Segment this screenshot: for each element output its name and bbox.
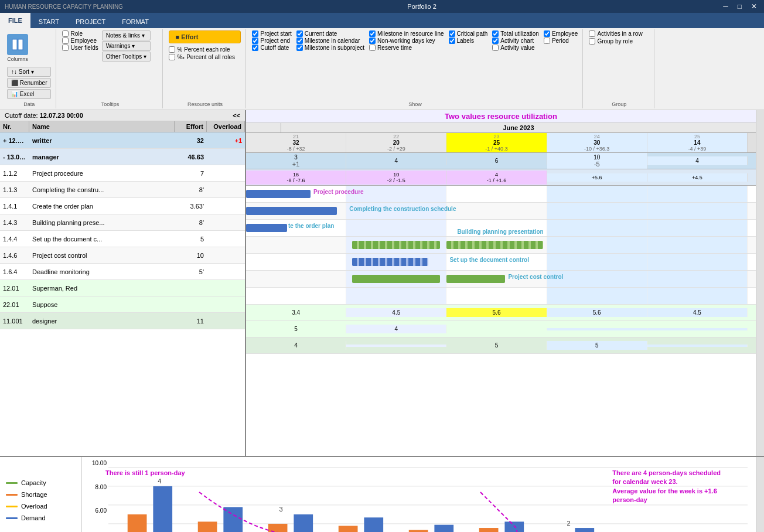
gantt-cell xyxy=(647,186,748,202)
maximize-button[interactable]: □ xyxy=(735,2,744,11)
gantt-cell: 4 xyxy=(647,156,748,165)
period-row[interactable]: Period xyxy=(544,37,578,44)
activity-value-checkbox[interactable] xyxy=(492,45,499,51)
table-row[interactable]: 1.6.4 Deadline monitoring 5' xyxy=(0,264,245,280)
tab-file[interactable]: FILE xyxy=(0,13,30,28)
excel-button[interactable]: 📊 Excel xyxy=(7,89,51,99)
warnings-button[interactable]: Warnings ▾ xyxy=(102,41,151,51)
project-end-row[interactable]: Project end xyxy=(252,37,291,44)
cutoff-date-row[interactable]: Cutoff date xyxy=(252,45,291,51)
tab-format[interactable]: FORMAT xyxy=(114,15,157,28)
name-cell: Superman, Red xyxy=(29,284,175,293)
sort-button[interactable]: ↑↓ Sort ▾ xyxy=(7,67,51,77)
bar-completing xyxy=(246,207,337,215)
gantt-header: June 2023 21 32 -8 / +32 22 20 -2 / +29 … xyxy=(246,123,756,153)
period-checkbox[interactable] xyxy=(544,37,550,44)
employee-show-checkbox[interactable] xyxy=(544,30,550,37)
table-row[interactable]: 1.4.6 Project cost control 10 xyxy=(0,247,245,264)
activity-chart-checkbox[interactable] xyxy=(492,37,499,44)
columns-button[interactable] xyxy=(7,34,28,55)
table-row[interactable]: 1.4.3 Building planning prese... 8' xyxy=(0,214,245,231)
reserve-checkbox[interactable] xyxy=(369,45,376,51)
name-cell: Create the order plan xyxy=(29,202,175,211)
employee-checkbox[interactable] xyxy=(62,37,69,44)
svg-rect-16 xyxy=(339,526,358,532)
other-tooltips-button[interactable]: Other Tooltips ▾ xyxy=(102,52,151,62)
milestone-resource-row[interactable]: Milestone in resource line xyxy=(369,30,444,37)
tab-start[interactable]: START xyxy=(30,15,67,28)
table-row[interactable]: 22.01 Suppose xyxy=(0,296,245,313)
percent-each-role-checkbox[interactable] xyxy=(169,46,175,53)
table-row[interactable]: 1.1.2 Project procedure 7 xyxy=(0,165,245,182)
close-button[interactable]: ✕ xyxy=(749,2,759,11)
milestone-calendar-row[interactable]: Milestone in calendar xyxy=(296,37,364,44)
table-row[interactable]: 12.01 Superman, Red xyxy=(0,280,245,296)
current-date-checkbox[interactable] xyxy=(296,30,303,37)
chart-scrollbar[interactable] xyxy=(756,457,764,532)
current-date-row[interactable]: Current date xyxy=(296,30,364,37)
project-end-checkbox[interactable] xyxy=(252,37,258,44)
labels-checkbox[interactable] xyxy=(449,37,455,44)
group-by-role-checkbox[interactable] xyxy=(589,38,595,45)
milestone-subproject-checkbox[interactable] xyxy=(296,45,303,51)
milestone-calendar-checkbox[interactable] xyxy=(296,37,303,44)
table-row[interactable]: 1.4.4 Set up the document c... 5 xyxy=(0,231,245,247)
chart-legend: Capacity Shortage Overload Demand xyxy=(0,457,82,532)
critical-path-row[interactable]: Critical path xyxy=(449,30,488,37)
tooltips-group-label: Tooltips xyxy=(57,101,162,107)
ribbon-tabs: FILE START PROJECT FORMAT xyxy=(0,13,764,28)
percent-all-roles-row[interactable]: %₂ Percent of all roles xyxy=(169,54,241,60)
activity-chart-row[interactable]: Activity chart xyxy=(492,37,539,44)
userfields-checkbox[interactable] xyxy=(62,45,69,51)
percent-all-roles-checkbox[interactable] xyxy=(169,54,175,60)
role-check-row[interactable]: Role xyxy=(62,30,98,37)
gantt-day: 24 30 -10 / +36.3 xyxy=(547,133,647,152)
table-row[interactable]: 11.001 designer 11 xyxy=(0,313,245,329)
gantt-cell xyxy=(246,271,346,287)
gantt-cell-yellow: 5.6 xyxy=(446,308,547,317)
gantt-row-writter: 3+1 4 6 10-5 4 xyxy=(246,153,756,169)
effort-cell: 5 xyxy=(175,234,207,244)
employee-check-row[interactable]: Employee xyxy=(62,37,98,44)
activities-row-row[interactable]: Activities in a row xyxy=(589,30,649,37)
effort-button[interactable]: ■ Effort xyxy=(169,30,241,43)
table-row[interactable]: - 13.001 manager 46.63 xyxy=(0,149,245,165)
nr-cell: 1.1.3 xyxy=(0,185,29,195)
reserve-row[interactable]: Reserve time xyxy=(369,45,444,51)
project-start-checkbox[interactable] xyxy=(252,30,258,37)
employee-show-row[interactable]: Employee xyxy=(544,30,578,37)
show-col-1: Project start Project end Cutoff date xyxy=(252,30,291,51)
svg-rect-14 xyxy=(294,514,313,532)
table-row[interactable]: 1.4.1 Create the order plan 3.63' xyxy=(0,198,245,214)
gantt-cell: te the order plan xyxy=(246,220,346,236)
nr-cell: 11.001 xyxy=(0,316,29,326)
nonworking-row[interactable]: Non-working days key xyxy=(369,37,444,44)
tab-project[interactable]: PROJECT xyxy=(67,15,114,28)
userfields-check-row[interactable]: User fields xyxy=(62,45,98,51)
vertical-scrollbar[interactable] xyxy=(756,110,764,456)
group-by-role-row[interactable]: Group by role xyxy=(589,38,649,45)
activity-value-row[interactable]: Activity value xyxy=(492,45,539,51)
critical-path-checkbox[interactable] xyxy=(449,30,455,37)
gantt-cell: Project procedure xyxy=(246,186,346,202)
table-row[interactable]: 1.1.3 Completing the constru... 8' xyxy=(0,182,245,198)
nonworking-checkbox[interactable] xyxy=(369,37,376,44)
total-util-checkbox[interactable] xyxy=(492,30,499,37)
total-util-row[interactable]: Total utilization xyxy=(492,30,539,37)
minimize-button[interactable]: ─ xyxy=(721,2,731,11)
y-axis: 10.00 8.00 6.00 4.00 2.00 xyxy=(82,457,108,532)
milestone-resource-checkbox[interactable] xyxy=(369,30,376,37)
percent-each-role-row[interactable]: % Percent each role xyxy=(169,46,241,53)
milestone-subproject-row[interactable]: Milestone in subproject xyxy=(296,45,364,51)
activities-row-checkbox[interactable] xyxy=(589,30,595,37)
project-start-row[interactable]: Project start xyxy=(252,30,291,37)
cutoff-date-checkbox[interactable] xyxy=(252,45,258,51)
labels-row[interactable]: Labels xyxy=(449,37,488,44)
notes-links-button[interactable]: Notes & links ▾ xyxy=(102,30,151,40)
cutoff-arrow[interactable]: << xyxy=(233,112,240,119)
gantt-cell xyxy=(647,328,748,330)
role-checkbox[interactable] xyxy=(62,30,69,37)
renumber-button[interactable]: ⬛ Renumber xyxy=(7,78,51,88)
table-row[interactable]: + 12.001 writter 32 +1 xyxy=(0,132,245,149)
effort-cell: 46.63 xyxy=(175,152,207,162)
